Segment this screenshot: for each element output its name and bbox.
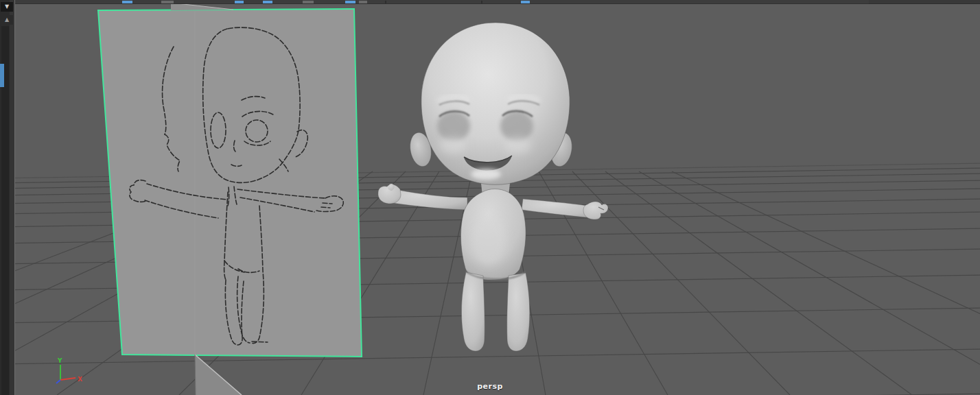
scroll-gutter [10,0,14,395]
scroll-down-button[interactable]: ▼ [1,2,13,12]
front-reference-plane[interactable] [98,9,362,357]
viewport-canvas[interactable]: Y X [0,0,980,395]
axis-gizmo: Y X [56,357,82,383]
character-head[interactable] [408,23,574,184]
scroll-up-button[interactable]: ▲ [1,15,13,25]
shelf-icon-fragment[interactable] [303,1,314,3]
shelf-icon-fragment[interactable] [359,1,367,3]
shelf-strip-tail [869,0,980,4]
camera-name-label: persp [0,382,980,391]
shelf-icon-fragment[interactable] [521,1,530,3]
front-plane-surface[interactable] [98,9,362,357]
shelf-icon-fragment[interactable] [263,1,272,3]
shelf-icon-fragment[interactable] [345,1,355,3]
shelf-icon-fragment[interactable] [235,1,244,3]
left-scroll-strip: ▼ ▲ [0,0,15,395]
y-axis-label: Y [57,357,62,364]
x-axis-line [60,378,75,380]
shelf-separator [385,1,386,3]
shelf-separator [481,1,482,3]
scrollbar-thumb[interactable] [0,64,4,87]
shelf-strip [14,0,980,4]
shelf-icon-fragment[interactable] [122,1,132,3]
shelf-icon-fragment[interactable] [161,1,174,3]
character-body[interactable] [378,177,608,351]
